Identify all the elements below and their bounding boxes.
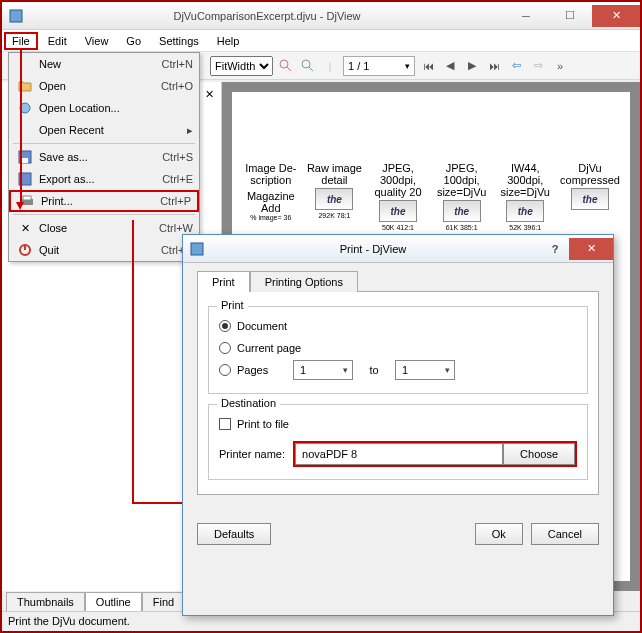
svg-point-1	[280, 60, 288, 68]
tab-outline[interactable]: Outline	[85, 592, 142, 611]
back-icon[interactable]: ⇦	[507, 57, 525, 75]
radio-icon	[219, 364, 231, 376]
group-print: Print Document Current page Pages 1 to 1	[208, 306, 588, 394]
next-page-icon[interactable]: ▶	[463, 57, 481, 75]
annotation-arrowhead	[16, 202, 24, 210]
export-icon	[15, 172, 35, 186]
menu-view[interactable]: View	[77, 32, 117, 50]
print-dialog: Print - DjView ? ✕ Print Printing Option…	[182, 234, 614, 616]
menu-item-open-recent[interactable]: Open Recent▸	[9, 119, 199, 141]
svg-rect-13	[191, 243, 203, 255]
forward-icon[interactable]: ⇨	[529, 57, 547, 75]
ok-button[interactable]: Ok	[475, 523, 523, 545]
page-input[interactable]: 1 / 1▾	[343, 56, 415, 76]
close-button[interactable]: ✕	[592, 5, 640, 27]
titlebar: DjVuComparisonExcerpt.djvu - DjView ─ ☐ …	[2, 2, 640, 30]
annotation-arrow	[132, 220, 134, 502]
comparison-row: Image De-scriptionMagazineAdd% image= 36…	[242, 162, 620, 231]
menu-item-close[interactable]: ✕CloseCtrl+W	[9, 217, 199, 239]
choose-button[interactable]: Choose	[503, 443, 575, 465]
app-icon	[8, 8, 24, 24]
zoom-select[interactable]: FitWidth	[210, 56, 273, 76]
dialog-titlebar: Print - DjView ? ✕	[183, 235, 613, 263]
group-destination: Destination Print to file Printer name: …	[208, 404, 588, 480]
last-page-icon[interactable]: ⏭	[485, 57, 503, 75]
pages-from-select[interactable]: 1	[293, 360, 353, 380]
radio-icon	[219, 320, 231, 332]
checkbox-print-to-file[interactable]: Print to file	[219, 413, 577, 435]
dialog-help-button[interactable]: ?	[541, 243, 569, 255]
sep-icon: |	[321, 57, 339, 75]
menu-item-quit[interactable]: QuitCtrl+Q	[9, 239, 199, 261]
radio-pages[interactable]: Pages 1 to 1	[219, 359, 577, 381]
svg-line-4	[309, 67, 313, 71]
radio-icon	[219, 342, 231, 354]
svg-rect-0	[10, 10, 22, 22]
save-icon	[15, 150, 35, 164]
menu-item-open[interactable]: OpenCtrl+O	[9, 75, 199, 97]
radio-current-page[interactable]: Current page	[219, 337, 577, 359]
sidebar-tabs: Thumbnails Outline Find	[6, 592, 185, 611]
menubar: File Edit View Go Settings Help	[2, 30, 640, 52]
first-page-icon[interactable]: ⏮	[419, 57, 437, 75]
svg-rect-10	[23, 196, 31, 200]
tab-find[interactable]: Find	[142, 592, 185, 611]
tab-print[interactable]: Print	[197, 271, 250, 292]
dialog-title: Print - DjView	[205, 243, 541, 255]
globe-icon	[15, 101, 35, 115]
menu-go[interactable]: Go	[118, 32, 149, 50]
maximize-button[interactable]: ☐	[548, 5, 592, 27]
menu-item-new[interactable]: NewCtrl+N	[9, 53, 199, 75]
printer-name-field[interactable]: novaPDF 8	[295, 443, 503, 465]
tab-printing-options[interactable]: Printing Options	[250, 271, 358, 292]
svg-rect-7	[22, 158, 28, 163]
menu-item-export-as[interactable]: Export as...Ctrl+E	[9, 168, 199, 190]
menu-settings[interactable]: Settings	[151, 32, 207, 50]
file-menu-dropdown: NewCtrl+N OpenCtrl+O Open Location... Op…	[8, 52, 200, 262]
status-text: Print the DjVu document.	[8, 615, 130, 627]
menu-file[interactable]: File	[4, 32, 38, 50]
zoom-in-icon[interactable]	[299, 57, 317, 75]
radio-document[interactable]: Document	[219, 315, 577, 337]
zoom-out-icon[interactable]	[277, 57, 295, 75]
menu-help[interactable]: Help	[209, 32, 248, 50]
more-icon[interactable]: »	[551, 57, 569, 75]
folder-icon	[15, 80, 35, 92]
pages-to-select[interactable]: 1	[395, 360, 455, 380]
checkbox-icon	[219, 418, 231, 430]
svg-line-2	[287, 67, 291, 71]
menu-item-save-as[interactable]: Save as...Ctrl+S	[9, 146, 199, 168]
dialog-close-button[interactable]: ✕	[569, 238, 613, 260]
minimize-button[interactable]: ─	[504, 5, 548, 27]
prev-page-icon[interactable]: ◀	[441, 57, 459, 75]
defaults-button[interactable]: Defaults	[197, 523, 271, 545]
svg-point-3	[302, 60, 310, 68]
close-icon: ✕	[15, 222, 35, 235]
cancel-button[interactable]: Cancel	[531, 523, 599, 545]
quit-icon	[15, 243, 35, 257]
tab-thumbnails[interactable]: Thumbnails	[6, 592, 85, 611]
dialog-app-icon	[189, 241, 205, 257]
annotation-arrow	[20, 50, 22, 204]
window-title: DjVuComparisonExcerpt.djvu - DjView	[30, 10, 504, 22]
menu-edit[interactable]: Edit	[40, 32, 75, 50]
menu-item-open-location[interactable]: Open Location...	[9, 97, 199, 119]
menu-item-print[interactable]: Print...Ctrl+P	[9, 190, 199, 212]
sidebar-close-icon[interactable]: ✕	[201, 86, 217, 102]
printer-name-label: Printer name:	[219, 448, 285, 460]
